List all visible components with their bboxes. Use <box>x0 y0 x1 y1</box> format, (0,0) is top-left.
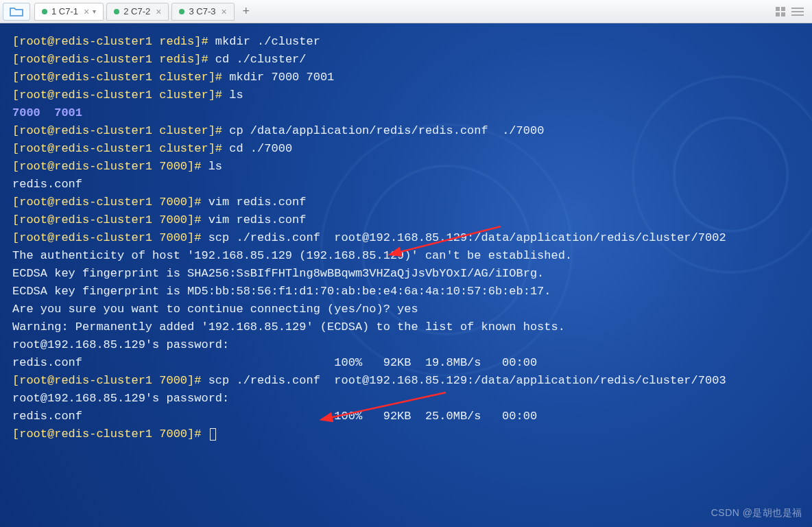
tab-label: 1 C7-1 <box>51 6 78 16</box>
grid-view-icon[interactable] <box>775 6 786 17</box>
shell-command: cp /data/application/redis/redis.conf ./… <box>229 124 544 137</box>
menu-icon[interactable] <box>791 7 804 16</box>
terminal-line: [root@redis-cluster1 7000]# scp ./redis.… <box>12 372 800 390</box>
terminal-line: [root@redis-cluster1 7000]# vim redis.co… <box>12 211 800 229</box>
terminal-line: [root@redis-cluster1 cluster]# cp /data/… <box>12 122 800 140</box>
svg-rect-0 <box>776 7 780 11</box>
terminal-line: 7000 7001 <box>12 104 800 122</box>
terminal-line: [root@redis-cluster1 cluster]# cd ./7000 <box>12 140 800 158</box>
window-controls <box>775 6 809 17</box>
terminal-line: [root@redis-cluster1 cluster]# mkdir 700… <box>12 69 800 86</box>
tab-2[interactable]: 2 C7-2 × <box>106 3 169 21</box>
tab-1[interactable]: 1 C7-1 × ▾ <box>34 3 104 21</box>
shell-prompt: [root@redis-cluster1 7000]# <box>12 213 208 226</box>
shell-command: scp ./redis.conf root@192.168.85.129:/da… <box>208 374 726 387</box>
shell-command: ls <box>229 89 243 102</box>
chevron-down-icon[interactable]: ▾ <box>93 8 96 15</box>
close-icon[interactable]: × <box>156 6 161 17</box>
shell-prompt: [root@redis-cluster1 7000]# <box>12 160 208 173</box>
terminal-line: Are you sure you want to continue connec… <box>12 301 800 318</box>
terminal-line: The authenticity of host '192.168.85.129… <box>12 247 800 265</box>
shell-prompt: [root@redis-cluster1 cluster]# <box>12 71 229 84</box>
shell-output: root@192.168.85.129's password: <box>12 338 236 351</box>
terminal[interactable]: [root@redis-cluster1 redis]# mkdir ./clu… <box>0 23 812 527</box>
shell-output: redis.conf 100% 92KB 19.8MB/s 00:00 <box>12 356 565 369</box>
svg-rect-4 <box>791 8 804 9</box>
shell-prompt: [root@redis-cluster1 cluster]# <box>12 124 229 137</box>
shell-prompt: [root@redis-cluster1 7000]# <box>12 374 208 387</box>
shell-command: scp ./redis.conf root@192.168.85.129:/da… <box>208 231 726 244</box>
status-dot-icon <box>179 9 184 14</box>
shell-prompt: [root@redis-cluster1 7000]# <box>12 428 208 441</box>
shell-prompt: [root@redis-cluster1 cluster]# <box>12 142 229 155</box>
shell-command: vim redis.conf <box>208 213 307 226</box>
watermark: CSDN @是胡也是福 <box>711 504 802 522</box>
terminal-line: ECDSA key fingerprint is MD5:bb:58:56:f1… <box>12 283 800 301</box>
svg-rect-2 <box>776 12 780 16</box>
terminal-line: root@192.168.85.129's password: <box>12 336 800 354</box>
tab-label: 3 C7-3 <box>189 6 215 16</box>
svg-rect-3 <box>781 12 785 16</box>
terminal-line: [root@redis-cluster1 7000]# scp ./redis.… <box>12 229 800 247</box>
tab-label: 2 C7-2 <box>123 6 150 16</box>
shell-prompt: [root@redis-cluster1 redis]# <box>12 53 215 66</box>
shell-output: Are you sure you want to continue connec… <box>12 303 418 316</box>
terminal-line: [root@redis-cluster1 7000]# vim redis.co… <box>12 194 800 211</box>
terminal-line: [root@redis-cluster1 7000]# <box>12 425 800 443</box>
shell-prompt: [root@redis-cluster1 7000]# <box>12 196 208 209</box>
svg-rect-1 <box>781 7 785 11</box>
tab-bar: 1 C7-1 × ▾ 2 C7-2 × 3 C7-3 × + <box>0 0 812 23</box>
add-tab-button[interactable]: + <box>237 3 255 20</box>
shell-output: ECDSA key fingerprint is SHA256:SsBIfFHT… <box>12 267 544 280</box>
status-dot-icon <box>114 9 119 14</box>
shell-command: cd ./cluster/ <box>215 53 307 66</box>
shell-output: Warning: Permanently added '192.168.85.1… <box>12 320 565 333</box>
shell-prompt: [root@redis-cluster1 redis]# <box>12 35 215 48</box>
shell-prompt: [root@redis-cluster1 7000]# <box>12 231 208 244</box>
terminal-line: [root@redis-cluster1 redis]# cd ./cluste… <box>12 51 800 69</box>
shell-command: ls <box>208 160 222 173</box>
cursor-icon <box>210 428 216 441</box>
shell-output: The authenticity of host '192.168.85.129… <box>12 249 572 262</box>
shell-output: ECDSA key fingerprint is MD5:bb:58:56:f1… <box>12 285 551 298</box>
terminal-line: root@192.168.85.129's password: <box>12 390 800 408</box>
directory-listing: 7000 7001 <box>12 106 82 119</box>
terminal-line: [root@redis-cluster1 7000]# ls <box>12 158 800 176</box>
shell-command: mkdir 7000 7001 <box>229 71 334 84</box>
svg-rect-6 <box>791 14 804 16</box>
terminal-line: redis.conf 100% 92KB 19.8MB/s 00:00 <box>12 354 800 372</box>
folder-icon[interactable] <box>3 3 30 21</box>
shell-output: redis.conf 100% 92KB 25.0MB/s 00:00 <box>12 410 565 423</box>
terminal-line: redis.conf <box>12 176 800 194</box>
terminal-line: Warning: Permanently added '192.168.85.1… <box>12 318 800 336</box>
terminal-line: [root@redis-cluster1 redis]# mkdir ./clu… <box>12 33 800 51</box>
shell-prompt: [root@redis-cluster1 cluster]# <box>12 89 229 102</box>
terminal-line: redis.conf 100% 92KB 25.0MB/s 00:00 <box>12 408 800 425</box>
status-dot-icon <box>42 9 47 14</box>
svg-rect-5 <box>791 11 804 12</box>
shell-output: root@192.168.85.129's password: <box>12 392 236 405</box>
shell-output: redis.conf <box>12 178 82 191</box>
tab-3[interactable]: 3 C7-3 × <box>171 3 234 21</box>
close-icon[interactable]: × <box>84 6 89 17</box>
close-icon[interactable]: × <box>221 6 226 17</box>
terminal-line: ECDSA key fingerprint is SHA256:SsBIfFHT… <box>12 265 800 283</box>
shell-command: mkdir ./cluster <box>215 35 320 48</box>
shell-command: vim redis.conf <box>208 196 307 209</box>
shell-command: cd ./7000 <box>229 142 292 155</box>
terminal-line: [root@redis-cluster1 cluster]# ls <box>12 86 800 104</box>
